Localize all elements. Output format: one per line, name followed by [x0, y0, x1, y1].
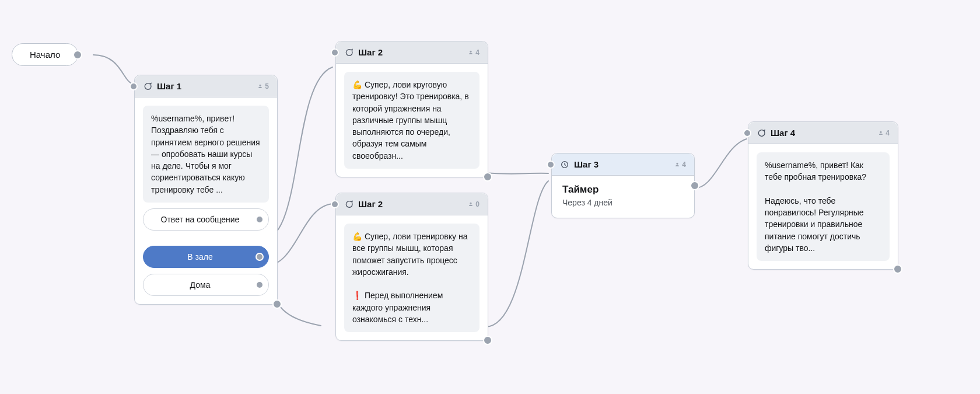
- card-header: Шаг 4 4: [748, 122, 898, 144]
- message-icon: [344, 200, 354, 209]
- message-icon: [757, 128, 766, 138]
- flow-handle[interactable]: [256, 281, 264, 289]
- message-preview: %username%, привет! Поздравляю тебя с пр…: [143, 106, 269, 203]
- option-label: Ответ на сообщение: [161, 215, 240, 224]
- timer-title: Таймер: [562, 184, 684, 196]
- message-icon: [143, 82, 152, 91]
- user-icon: [878, 130, 884, 137]
- start-node[interactable]: Начало: [12, 43, 78, 66]
- message-preview: 💪 Супер, лови круговую тренировку! Это т…: [344, 72, 480, 169]
- card-step4[interactable]: Шаг 4 4 %username%, привет! Как тебе про…: [748, 121, 898, 270]
- flow-handle[interactable]: [256, 215, 264, 224]
- flow-handle[interactable]: [547, 161, 555, 169]
- option-label: В зале: [187, 252, 212, 261]
- card-step2a[interactable]: Шаг 2 4 💪 Супер, лови круговую тренировк…: [335, 41, 488, 177]
- user-icon: [674, 161, 680, 168]
- card-step3-timer[interactable]: Шаг 3 4 Таймер Через 4 дней: [551, 153, 695, 218]
- message-icon: [344, 48, 354, 57]
- user-count: 4: [468, 48, 480, 57]
- user-count: 4: [674, 161, 686, 169]
- flow-handle[interactable]: [743, 129, 751, 137]
- start-label: Начало: [30, 50, 60, 60]
- message-preview: 💪 Супер, лови тренировку на все группы м…: [344, 224, 480, 332]
- user-icon: [257, 83, 263, 90]
- clock-icon: [560, 160, 569, 169]
- user-count: 4: [878, 129, 890, 137]
- flow-handle[interactable]: [73, 50, 82, 60]
- flow-handle[interactable]: [690, 181, 699, 190]
- card-step1[interactable]: Шаг 1 5 %username%, привет! Поздравляю т…: [134, 75, 278, 305]
- user-count: 5: [257, 82, 269, 90]
- user-count: 0: [468, 200, 480, 208]
- card-title: Шаг 1: [157, 81, 253, 91]
- option-reply[interactable]: Ответ на сообщение: [143, 208, 269, 231]
- user-count-value: 4: [682, 161, 686, 169]
- card-title: Шаг 2: [358, 199, 463, 209]
- card-header: Шаг 1 5: [135, 75, 277, 97]
- card-title: Шаг 2: [358, 47, 463, 57]
- flow-handle[interactable]: [331, 48, 339, 57]
- flow-handle[interactable]: [256, 253, 264, 261]
- card-header: Шаг 2 0: [336, 193, 488, 215]
- flow-handle[interactable]: [130, 82, 138, 90]
- card-header: Шаг 3 4: [552, 154, 694, 176]
- option-label: Дома: [190, 280, 211, 290]
- flow-handle[interactable]: [272, 299, 282, 309]
- card-title: Шаг 4: [771, 128, 873, 138]
- flow-handle[interactable]: [483, 172, 492, 182]
- user-icon: [468, 201, 474, 208]
- user-icon: [468, 49, 474, 56]
- user-count-value: 4: [475, 48, 480, 57]
- option-home[interactable]: Дома: [143, 274, 269, 296]
- card-step2b[interactable]: Шаг 2 0 💪 Супер, лови тренировку на все …: [335, 193, 488, 341]
- card-title: Шаг 3: [574, 159, 670, 169]
- user-count-value: 5: [265, 82, 269, 90]
- user-count-value: 4: [886, 129, 890, 137]
- card-header: Шаг 2 4: [336, 41, 488, 64]
- user-count-value: 0: [475, 200, 480, 208]
- option-gym[interactable]: В зале: [143, 246, 269, 268]
- flow-handle[interactable]: [483, 336, 492, 345]
- message-preview: %username%, привет! Как тебе пробная тре…: [757, 152, 890, 261]
- timer-subtitle: Через 4 дней: [562, 198, 684, 207]
- flow-handle[interactable]: [893, 264, 902, 274]
- flow-canvas[interactable]: Начало Шаг 1 5 %username%, привет! Поздр…: [0, 0, 980, 394]
- flow-handle[interactable]: [331, 200, 339, 208]
